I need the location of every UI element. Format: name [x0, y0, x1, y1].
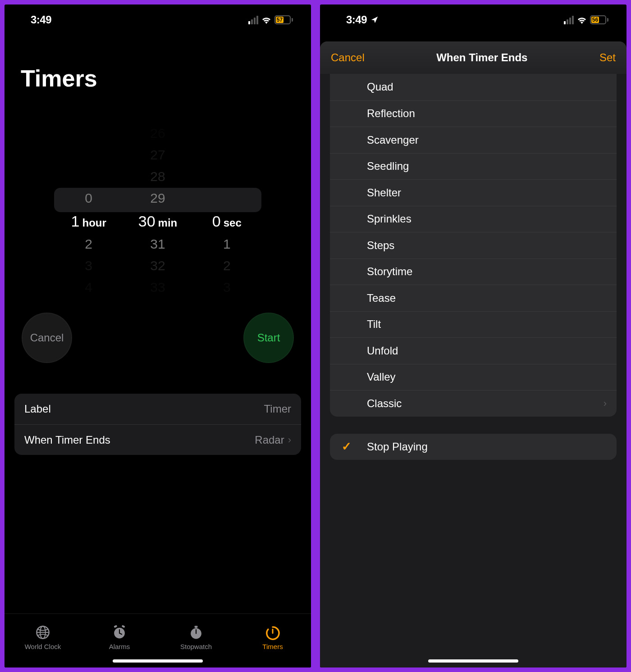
sound-row[interactable]: Reflection — [330, 100, 617, 127]
sound-row[interactable]: Tilt — [330, 311, 617, 338]
tab-alarms[interactable]: Alarms — [81, 625, 158, 650]
sound-row[interactable]: Scavenger — [330, 127, 617, 153]
sound-row[interactable]: Shelter — [330, 179, 617, 206]
sound-row[interactable]: Storytime — [330, 259, 617, 285]
tab-timers[interactable]: Timers — [234, 625, 311, 650]
globe-icon — [34, 625, 51, 640]
sound-row[interactable]: Tease — [330, 285, 617, 311]
tab-stopwatch[interactable]: Stopwatch — [158, 625, 234, 650]
chevron-right-icon: › — [604, 398, 607, 409]
status-bar: 3:49 56 — [320, 5, 626, 35]
timer-icon — [264, 625, 281, 640]
time-picker[interactable]: 0 1hour 2 3 4 26 27 28 29 30min 31 32 33… — [54, 123, 261, 298]
stop-playing-section: ✓ Stop Playing — [330, 434, 617, 460]
battery-icon: 56 — [590, 15, 608, 24]
tab-world-clock[interactable]: World Clock — [5, 625, 81, 650]
set-button[interactable]: Set — [599, 51, 616, 64]
sound-row[interactable]: Unfold — [330, 337, 617, 364]
clock-text: 3:49 — [31, 14, 51, 26]
phone-when-timer-ends: 3:49 56 Cancel When Timer Ends Set Quad … — [318, 2, 629, 670]
sound-sheet: Cancel When Timer Ends Set Quad Reflecti… — [320, 41, 626, 667]
home-indicator[interactable] — [113, 659, 203, 663]
timer-settings: Label Timer When Timer Ends Radar› — [14, 394, 301, 455]
stop-playing-row[interactable]: ✓ Stop Playing — [330, 434, 617, 460]
sound-row-classic[interactable]: Classic› — [330, 390, 617, 417]
svg-rect-5 — [122, 625, 125, 628]
location-icon — [370, 16, 379, 24]
phone-timers: 3:49 57 Timers 0 1hour 2 3 4 26 27 28 29… — [2, 2, 313, 670]
when-timer-ends-row[interactable]: When Timer Ends Radar› — [14, 424, 301, 455]
battery-icon: 57 — [274, 15, 293, 24]
sheet-header: Cancel When Timer Ends Set — [320, 41, 626, 74]
sound-row[interactable]: Steps — [330, 232, 617, 259]
wifi-icon — [261, 16, 272, 24]
stopwatch-icon — [187, 625, 205, 640]
sound-row[interactable]: Sprinkles — [330, 206, 617, 232]
checkmark-icon: ✓ — [342, 440, 352, 454]
chevron-right-icon: › — [288, 434, 291, 446]
page-title: Timers — [5, 35, 311, 92]
cancel-button[interactable]: Cancel — [331, 51, 365, 64]
cancel-button[interactable]: Cancel — [22, 313, 72, 363]
sound-row[interactable]: Valley — [330, 364, 617, 390]
sound-row[interactable]: Quad — [330, 74, 617, 100]
cell-signal-icon — [564, 16, 574, 24]
label-key: Label — [24, 403, 51, 415]
ends-value: Radar — [255, 434, 284, 446]
alarm-icon — [111, 625, 128, 640]
label-row[interactable]: Label Timer — [14, 394, 301, 424]
sound-row[interactable]: Seedling — [330, 153, 617, 180]
svg-rect-4 — [114, 625, 117, 628]
clock-text: 3:49 — [346, 14, 367, 26]
svg-rect-10 — [196, 627, 197, 629]
cell-signal-icon — [248, 16, 258, 24]
wifi-icon — [576, 16, 587, 24]
sound-list[interactable]: Quad Reflection Scavenger Seedling Shelt… — [330, 74, 617, 417]
sheet-title: When Timer Ends — [436, 51, 527, 64]
ends-key: When Timer Ends — [24, 434, 110, 446]
start-button[interactable]: Start — [243, 313, 294, 363]
home-indicator[interactable] — [428, 659, 518, 663]
status-bar: 3:49 57 — [5, 5, 311, 35]
label-value: Timer — [264, 403, 291, 415]
